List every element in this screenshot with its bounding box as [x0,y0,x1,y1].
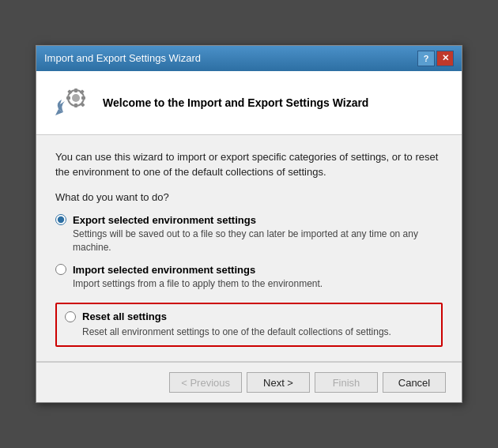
cancel-button[interactable]: Cancel [383,372,446,393]
finish-button[interactable]: Finish [315,372,378,393]
header-section: Welcome to the Import and Export Setting… [36,71,462,135]
help-button[interactable]: ? [417,51,435,66]
wizard-icon [52,84,90,122]
import-label[interactable]: Import selected environment settings [73,264,255,276]
footer-section: < Previous Next > Finish Cancel [36,362,462,402]
close-button[interactable]: ✕ [436,51,454,66]
next-button[interactable]: Next > [247,372,310,393]
svg-point-1 [72,94,80,102]
import-radio[interactable] [55,264,66,275]
title-bar: Import and Export Settings Wizard ? ✕ [36,46,462,71]
export-label[interactable]: Export selected environment settings [73,214,256,226]
import-option-row: Import selected environment settings [55,264,443,276]
import-option-item: Import selected environment settings Imp… [55,264,443,291]
reset-desc: Reset all environment settings to one of… [82,326,433,339]
reset-radio[interactable] [65,311,76,322]
svg-rect-8 [79,89,84,94]
question-text: What do you want to do? [55,191,443,203]
export-desc: Settings will be saved out to a file so … [73,228,443,254]
svg-rect-3 [74,104,77,107]
export-option-row: Export selected environment settings [55,214,443,226]
svg-rect-2 [74,88,77,92]
dialog-title: Import and Export Settings Wizard [44,52,201,64]
svg-rect-4 [66,96,70,100]
previous-button[interactable]: < Previous [169,372,242,393]
reset-label[interactable]: Reset all settings [82,311,167,322]
title-bar-buttons: ? ✕ [417,51,454,66]
header-title: Welcome to the Import and Export Setting… [103,96,368,109]
svg-rect-7 [80,102,85,107]
reset-option-box: Reset all settings Reset all environment… [55,303,443,347]
reset-option-row: Reset all settings [65,311,433,322]
import-desc: Import settings from a file to apply the… [73,277,443,291]
export-radio[interactable] [55,214,66,225]
description-text: You can use this wizard to import or exp… [55,149,443,180]
svg-rect-5 [81,96,85,100]
export-option-item: Export selected environment settings Set… [55,214,443,254]
content-section: You can use this wizard to import or exp… [36,135,462,361]
option-group: Export selected environment settings Set… [55,214,443,347]
import-export-wizard-dialog: Import and Export Settings Wizard ? ✕ [36,45,462,403]
svg-rect-6 [67,89,72,94]
